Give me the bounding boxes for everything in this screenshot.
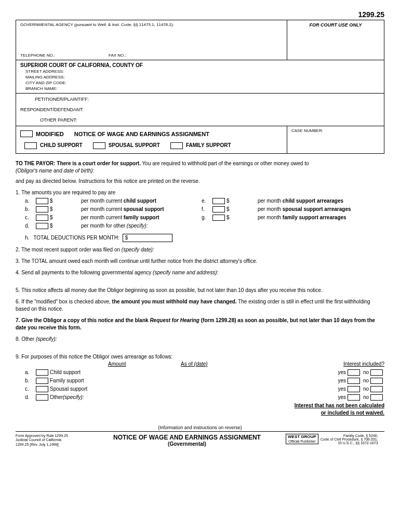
item6a: If the "modified" box is checked above, (21, 299, 112, 304)
arr-family-checkbox[interactable] (36, 378, 48, 384)
item1d-italic: (specify): (127, 223, 148, 229)
item1f-bold: spousal support arrearages (283, 206, 351, 212)
arr-spousal-label: Spousal support (50, 385, 87, 393)
item1e-text: per month (258, 198, 283, 204)
arr-d-yes-cb[interactable] (348, 394, 360, 401)
item1b-dollar: $ (50, 206, 81, 213)
arr-b-no: no (363, 378, 369, 383)
num-7: 7. (16, 317, 20, 323)
num-6: 6. (16, 299, 20, 304)
item4-text: Send all payments to the following gover… (21, 270, 153, 275)
court-title: SUPERIOR COURT OF CALIFORNIA, COUNTY OF (20, 62, 380, 68)
footer-code2: Code of Civil Procedure, § 706.031; (321, 437, 378, 441)
arr-family-label: Family support (50, 377, 84, 384)
child-support-label: CHILD SUPPORT (40, 142, 83, 148)
item1-text: The amounts you are required to pay are (21, 190, 115, 195)
arr-d-no: no (363, 394, 369, 400)
total-box[interactable]: $ (123, 234, 172, 242)
item1d-text: per month for other (81, 223, 127, 229)
item1a-dollar: $ (50, 197, 81, 205)
form-header-box: GOVERNMENTAL AGENCY (pursuant to Welf. &… (16, 20, 384, 154)
asof-italic: (date) (194, 361, 208, 367)
arr-a-yes-cb[interactable] (348, 369, 360, 376)
item1c-bold: family support (124, 215, 159, 220)
item1f-checkbox[interactable] (212, 206, 225, 212)
item1g-letter: g. (202, 214, 211, 221)
item1c-letter: c. (25, 214, 34, 221)
num-2: 2. (16, 247, 20, 252)
footer-approved: Form Approved by Rule 1299.25 (16, 434, 88, 438)
item1e-checkbox[interactable] (212, 198, 225, 204)
footer-sub: (Governmental) (88, 441, 286, 447)
item1e-dollar: $ (226, 197, 258, 205)
arr-c-yes-cb[interactable] (348, 386, 360, 392)
arr-a-yes: yes (338, 369, 346, 375)
item1b-text: per month current (81, 206, 124, 212)
item1g-text: per month (258, 215, 283, 220)
payor-intro-bold: TO THE PAYOR: There is a court order for… (16, 161, 141, 166)
arr-a-no: no (363, 369, 369, 375)
num-1: 1. (16, 190, 20, 195)
west-group: WEST GROUP (288, 435, 316, 440)
item1d-letter: d. (25, 222, 34, 230)
arr-other-checkbox[interactable] (36, 394, 48, 401)
arr-b: b. (25, 377, 34, 384)
item1f-letter: f. (202, 206, 211, 213)
item1g-checkbox[interactable] (212, 215, 225, 221)
arr-c-no: no (363, 386, 369, 392)
footer-code1: Family Code, § 5246; (321, 434, 378, 437)
child-support-checkbox[interactable] (24, 142, 37, 149)
asof-header: As of (181, 361, 194, 367)
pay-directed: and pay as directed below. Instructions … (16, 178, 384, 185)
body-content: TO THE PAYOR: There is a court order for… (16, 160, 384, 417)
item1d-checkbox[interactable] (36, 223, 48, 229)
arr-c: c. (25, 385, 34, 393)
item9-text: For purposes of this notice the Obligor … (21, 354, 172, 360)
arr-b-no-cb[interactable] (370, 378, 383, 384)
item1b-bold: spousal support (124, 206, 164, 212)
modified-label: MODIFIED (36, 131, 64, 137)
arr-child-checkbox[interactable] (36, 369, 48, 376)
item6b: the amount you must withhold may have ch… (112, 299, 237, 304)
num-4: 4. (16, 270, 20, 275)
item2-text: The most recent support order was filed … (21, 247, 122, 252)
num-5: 5. (16, 287, 20, 293)
arr-other-label: Other (50, 394, 63, 401)
petitioner-label: PETITIONER/PLAINTIFF: (35, 97, 380, 102)
item1e-letter: e. (202, 197, 211, 205)
item1c-text: per month current (81, 215, 124, 220)
item1c-checkbox[interactable] (36, 215, 48, 221)
family-support-checkbox[interactable] (170, 142, 183, 149)
item1a-letter: a. (25, 197, 34, 205)
notice-title: NOTICE OF WAGE AND EARNINGS ASSIGNMENT (74, 131, 209, 137)
item1h-letter: h. (25, 234, 29, 242)
interest-note2: or included is not waived. (321, 410, 384, 416)
interest-header: Interest included? (254, 361, 384, 368)
court-use-label: FOR COURT USE ONLY (287, 20, 384, 60)
num-9: 9. (16, 354, 20, 360)
respondent-label: RESPONDENT/DEFENDANT: (20, 107, 380, 112)
item8-italic: (specify): (36, 336, 57, 342)
num-3: 3. (16, 258, 20, 264)
form-number: 1299.25 (16, 10, 384, 19)
agency-label: GOVERNMENTAL AGENCY (pursuant to Welf. &… (20, 22, 283, 27)
arr-b-yes-cb[interactable] (348, 378, 360, 384)
arr-c-yes: yes (338, 386, 346, 392)
telephone-label: TELEPHONE NO.: (20, 53, 109, 58)
item1f-dollar: $ (226, 206, 258, 213)
item1a-checkbox[interactable] (36, 198, 48, 204)
arr-d-yes: yes (338, 394, 346, 400)
arr-a-no-cb[interactable] (370, 369, 383, 376)
item1e-bold: child support arrearages (283, 198, 343, 204)
arr-spousal-checkbox[interactable] (36, 386, 48, 392)
arr-c-no-cb[interactable] (370, 386, 383, 392)
spousal-support-checkbox[interactable] (93, 142, 105, 149)
num-8: 8. (16, 336, 20, 342)
footer-title: NOTICE OF WAGE AND EARNINGS ASSIGNMENT (88, 434, 286, 441)
arr-child-label: Child support (50, 369, 81, 376)
item1b-checkbox[interactable] (36, 206, 48, 212)
footer-rev: 1299.25 [Rev. July 1,1998] (16, 443, 88, 447)
arr-d-no-cb[interactable] (370, 394, 383, 401)
item2-italic: (specify date): (122, 247, 154, 252)
modified-checkbox[interactable] (20, 130, 33, 137)
